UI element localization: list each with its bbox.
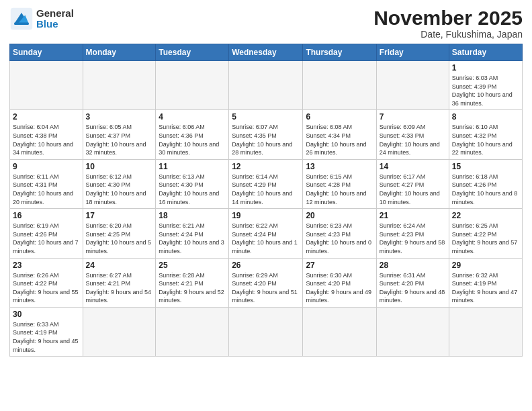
calendar-cell: 15Sunrise: 6:18 AM Sunset: 4:26 PM Dayli… — [449, 159, 522, 208]
day-info: Sunrise: 6:14 AM Sunset: 4:29 PM Dayligh… — [232, 173, 300, 206]
day-number: 21 — [380, 211, 446, 220]
calendar-cell: 16Sunrise: 6:19 AM Sunset: 4:26 PM Dayli… — [10, 209, 83, 258]
calendar-cell — [10, 61, 83, 110]
calendar-cell — [303, 307, 376, 356]
calendar-cell: 5Sunrise: 6:07 AM Sunset: 4:35 PM Daylig… — [229, 110, 303, 159]
day-info: Sunrise: 6:11 AM Sunset: 4:31 PM Dayligh… — [13, 173, 80, 206]
day-number: 20 — [306, 211, 373, 220]
day-info: Sunrise: 6:12 AM Sunset: 4:30 PM Dayligh… — [86, 173, 153, 206]
day-info: Sunrise: 6:33 AM Sunset: 4:19 PM Dayligh… — [13, 320, 80, 354]
calendar-cell: 10Sunrise: 6:12 AM Sunset: 4:30 PM Dayli… — [83, 159, 156, 208]
week-row-3: 16Sunrise: 6:19 AM Sunset: 4:26 PM Dayli… — [10, 209, 523, 258]
calendar-cell — [303, 61, 376, 110]
calendar-cell — [229, 307, 303, 356]
day-info: Sunrise: 6:32 AM Sunset: 4:19 PM Dayligh… — [452, 271, 519, 305]
calendar-header-row: SundayMondayTuesdayWednesdayThursdayFrid… — [10, 44, 523, 61]
day-info: Sunrise: 6:22 AM Sunset: 4:24 PM Dayligh… — [232, 222, 300, 255]
logo-area: General Blue — [9, 7, 74, 31]
day-info: Sunrise: 6:27 AM Sunset: 4:21 PM Dayligh… — [86, 271, 153, 305]
day-info: Sunrise: 6:31 AM Sunset: 4:20 PM Dayligh… — [380, 271, 446, 305]
day-info: Sunrise: 6:09 AM Sunset: 4:33 PM Dayligh… — [380, 123, 446, 156]
calendar-header-sunday: Sunday — [10, 44, 83, 61]
day-number: 9 — [13, 162, 80, 171]
day-info: Sunrise: 6:05 AM Sunset: 4:37 PM Dayligh… — [86, 123, 153, 156]
calendar: SundayMondayTuesdayWednesdayThursdayFrid… — [9, 44, 523, 357]
calendar-cell: 20Sunrise: 6:23 AM Sunset: 4:23 PM Dayli… — [303, 209, 376, 258]
calendar-cell: 28Sunrise: 6:31 AM Sunset: 4:20 PM Dayli… — [376, 258, 449, 307]
day-number: 19 — [232, 211, 300, 220]
day-number: 10 — [86, 162, 153, 171]
day-info: Sunrise: 6:18 AM Sunset: 4:26 PM Dayligh… — [452, 173, 519, 206]
calendar-cell: 19Sunrise: 6:22 AM Sunset: 4:24 PM Dayli… — [229, 209, 303, 258]
logo-icon — [9, 7, 34, 31]
day-info: Sunrise: 6:30 AM Sunset: 4:20 PM Dayligh… — [306, 271, 373, 305]
subtitle: Date, Fukushima, Japan — [373, 29, 523, 40]
calendar-cell: 29Sunrise: 6:32 AM Sunset: 4:19 PM Dayli… — [449, 258, 522, 307]
day-info: Sunrise: 6:15 AM Sunset: 4:28 PM Dayligh… — [306, 173, 373, 206]
calendar-cell — [449, 307, 522, 356]
calendar-cell — [83, 307, 156, 356]
month-title: November 2025 — [373, 7, 523, 29]
day-info: Sunrise: 6:17 AM Sunset: 4:27 PM Dayligh… — [380, 173, 446, 206]
day-number: 14 — [380, 162, 446, 171]
day-number: 27 — [306, 261, 373, 270]
calendar-cell: 27Sunrise: 6:30 AM Sunset: 4:20 PM Dayli… — [303, 258, 376, 307]
day-info: Sunrise: 6:21 AM Sunset: 4:24 PM Dayligh… — [159, 222, 226, 255]
calendar-cell: 11Sunrise: 6:13 AM Sunset: 4:30 PM Dayli… — [156, 159, 229, 208]
day-number: 4 — [159, 112, 226, 122]
week-row-4: 23Sunrise: 6:26 AM Sunset: 4:22 PM Dayli… — [10, 258, 523, 307]
week-row-0: 1Sunrise: 6:03 AM Sunset: 4:39 PM Daylig… — [10, 61, 523, 110]
calendar-header-monday: Monday — [83, 44, 156, 61]
day-number: 5 — [232, 112, 300, 122]
day-info: Sunrise: 6:04 AM Sunset: 4:38 PM Dayligh… — [13, 123, 80, 156]
logo-blue-text: Blue — [36, 18, 58, 30]
calendar-cell: 18Sunrise: 6:21 AM Sunset: 4:24 PM Dayli… — [156, 209, 229, 258]
day-info: Sunrise: 6:06 AM Sunset: 4:36 PM Dayligh… — [159, 123, 226, 156]
header: General Blue November 2025 Date, Fukushi… — [9, 7, 523, 40]
calendar-cell: 9Sunrise: 6:11 AM Sunset: 4:31 PM Daylig… — [10, 159, 83, 208]
day-info: Sunrise: 6:23 AM Sunset: 4:23 PM Dayligh… — [306, 222, 373, 255]
calendar-cell: 30Sunrise: 6:33 AM Sunset: 4:19 PM Dayli… — [10, 307, 83, 356]
day-info: Sunrise: 6:25 AM Sunset: 4:22 PM Dayligh… — [452, 222, 519, 255]
day-number: 23 — [13, 261, 80, 270]
day-info: Sunrise: 6:08 AM Sunset: 4:34 PM Dayligh… — [306, 123, 373, 156]
day-number: 26 — [232, 261, 300, 270]
calendar-cell — [156, 307, 229, 356]
day-number: 7 — [380, 112, 446, 122]
calendar-cell: 26Sunrise: 6:29 AM Sunset: 4:20 PM Dayli… — [229, 258, 303, 307]
day-info: Sunrise: 6:26 AM Sunset: 4:22 PM Dayligh… — [13, 271, 80, 305]
day-number: 17 — [86, 211, 153, 220]
week-row-2: 9Sunrise: 6:11 AM Sunset: 4:31 PM Daylig… — [10, 159, 523, 208]
day-number: 11 — [159, 162, 226, 171]
day-number: 29 — [452, 261, 519, 270]
calendar-header-tuesday: Tuesday — [156, 44, 229, 61]
day-info: Sunrise: 6:24 AM Sunset: 4:23 PM Dayligh… — [380, 222, 446, 255]
day-number: 1 — [452, 63, 519, 73]
calendar-cell — [83, 61, 156, 110]
svg-rect-3 — [14, 22, 29, 25]
calendar-header-friday: Friday — [376, 44, 449, 61]
day-number: 16 — [13, 211, 80, 220]
calendar-header-saturday: Saturday — [449, 44, 522, 61]
day-number: 22 — [452, 211, 519, 220]
calendar-cell — [156, 61, 229, 110]
calendar-cell: 22Sunrise: 6:25 AM Sunset: 4:22 PM Dayli… — [449, 209, 522, 258]
day-info: Sunrise: 6:28 AM Sunset: 4:21 PM Dayligh… — [159, 271, 226, 305]
day-number: 24 — [86, 261, 153, 270]
calendar-cell: 8Sunrise: 6:10 AM Sunset: 4:32 PM Daylig… — [449, 110, 522, 159]
title-area: November 2025 Date, Fukushima, Japan — [373, 7, 523, 40]
calendar-cell: 4Sunrise: 6:06 AM Sunset: 4:36 PM Daylig… — [156, 110, 229, 159]
calendar-cell: 3Sunrise: 6:05 AM Sunset: 4:37 PM Daylig… — [83, 110, 156, 159]
day-number: 12 — [232, 162, 300, 171]
calendar-cell: 12Sunrise: 6:14 AM Sunset: 4:29 PM Dayli… — [229, 159, 303, 208]
calendar-cell: 21Sunrise: 6:24 AM Sunset: 4:23 PM Dayli… — [376, 209, 449, 258]
calendar-cell — [376, 61, 449, 110]
week-row-1: 2Sunrise: 6:04 AM Sunset: 4:38 PM Daylig… — [10, 110, 523, 159]
day-info: Sunrise: 6:19 AM Sunset: 4:26 PM Dayligh… — [13, 222, 80, 255]
day-number: 25 — [159, 261, 226, 270]
day-info: Sunrise: 6:07 AM Sunset: 4:35 PM Dayligh… — [232, 123, 300, 156]
calendar-cell — [229, 61, 303, 110]
day-info: Sunrise: 6:03 AM Sunset: 4:39 PM Dayligh… — [452, 74, 519, 107]
calendar-cell: 1Sunrise: 6:03 AM Sunset: 4:39 PM Daylig… — [449, 61, 522, 110]
calendar-cell: 23Sunrise: 6:26 AM Sunset: 4:22 PM Dayli… — [10, 258, 83, 307]
